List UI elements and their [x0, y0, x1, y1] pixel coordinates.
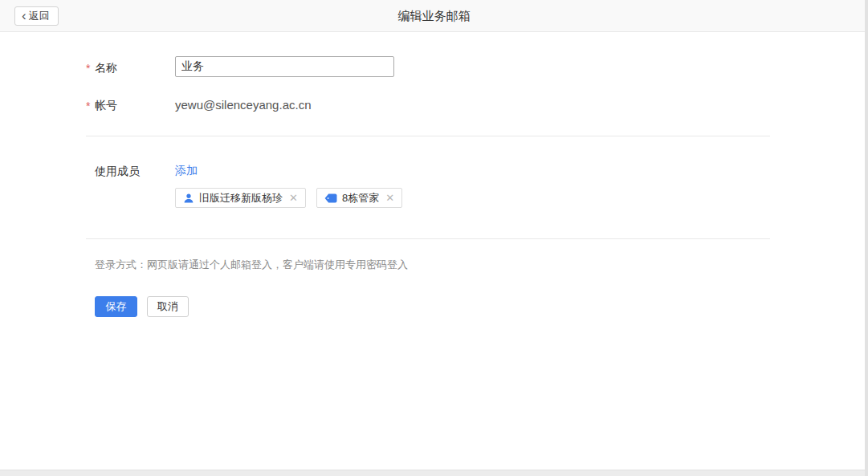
login-method-hint: 登录方式：网页版请通过个人邮箱登入，客户端请使用专用密码登入 — [95, 258, 408, 272]
topbar: ‹ 返回 编辑业务邮箱 — [0, 0, 868, 32]
right-scrollbar-track[interactable] — [865, 0, 868, 476]
member-tag-name: 旧版迁移新版杨珍 — [199, 191, 283, 205]
account-value: yewu@silenceyang.ac.cn — [175, 98, 311, 112]
member-tag: 旧版迁移新版杨珍 ✕ — [175, 188, 306, 208]
required-asterisk: * — [86, 62, 90, 75]
remove-member-icon[interactable]: ✕ — [385, 193, 394, 203]
bottom-scrollbar-track[interactable] — [0, 470, 868, 476]
members-field-label: 使用成员 — [86, 165, 175, 179]
name-input[interactable] — [175, 56, 394, 77]
tag-icon — [324, 193, 337, 203]
add-member-link[interactable]: 添加 — [175, 164, 198, 178]
member-tags-row: 旧版迁移新版杨珍 ✕ 8栋管家 ✕ — [175, 188, 402, 208]
account-label-text: 帐号 — [95, 99, 117, 112]
form-actions: 保存 取消 — [95, 296, 189, 317]
back-button[interactable]: ‹ 返回 — [14, 6, 59, 26]
save-button[interactable]: 保存 — [95, 296, 137, 317]
person-icon — [183, 193, 194, 204]
remove-member-icon[interactable]: ✕ — [289, 193, 298, 203]
name-field-label: * 名称 — [86, 61, 175, 75]
member-tag: 8栋管家 ✕ — [316, 188, 402, 208]
account-field-label: * 帐号 — [86, 99, 175, 113]
name-label-text: 名称 — [95, 61, 117, 74]
chevron-left-icon: ‹ — [22, 9, 26, 22]
divider — [86, 238, 770, 239]
divider — [86, 136, 770, 136]
page-title: 编辑业务邮箱 — [0, 0, 868, 31]
required-asterisk: * — [86, 100, 90, 112]
member-tag-name: 8栋管家 — [342, 191, 379, 205]
back-button-label: 返回 — [29, 9, 50, 23]
members-label-text: 使用成员 — [95, 165, 140, 177]
cancel-button[interactable]: 取消 — [147, 296, 189, 317]
